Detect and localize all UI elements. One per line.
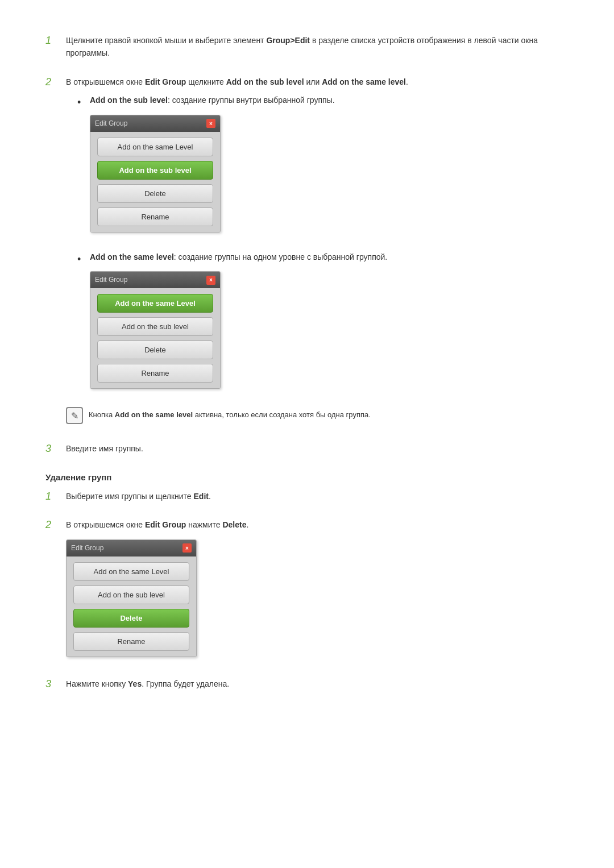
dialog-1-wrapper: Edit Group × Add on the same Level Add o… bbox=[90, 115, 569, 232]
delete-step-3-content: Нажмите кнопку Yes. Группа будет удалена… bbox=[66, 678, 569, 696]
delete-step-2-content: В открывшемся окне Edit Group нажмите De… bbox=[66, 518, 569, 667]
dialog-3-btn1[interactable]: Add on the same Level bbox=[73, 562, 189, 581]
dialog-3-wrapper: Edit Group × Add on the same Level Add o… bbox=[66, 539, 569, 657]
step-2: 2 В открывшемся окне Edit Group щелкните… bbox=[45, 76, 569, 433]
delete-step-1-content: Выберите имя группы и щелкните Edit. bbox=[66, 490, 569, 508]
dialog-3-btn2[interactable]: Add on the sub level bbox=[73, 585, 189, 604]
dialog-3-titlebar: Edit Group × bbox=[67, 540, 196, 556]
dialog-3: Edit Group × Add on the same Level Add o… bbox=[66, 539, 197, 657]
delete-step-1: 1 Выберите имя группы и щелкните Edit. bbox=[45, 490, 569, 508]
dialog-2-wrapper: Edit Group × Add on the same Level Add o… bbox=[90, 271, 569, 389]
step-3-text: Введите имя группы. bbox=[66, 442, 569, 455]
delete-step-2: 2 В открывшемся окне Edit Group нажмите … bbox=[45, 518, 569, 667]
sub-2-text: Add on the same level: создание группы н… bbox=[90, 251, 569, 263]
sub-content-2: Add on the same level: создание группы н… bbox=[90, 251, 569, 400]
dialog-2-btn2[interactable]: Add on the sub level bbox=[97, 317, 213, 336]
delete-step-2-text: В открывшемся окне Edit Group нажмите De… bbox=[66, 518, 569, 531]
step-1-content: Щелкните правой кнопкой мыши и выберите … bbox=[66, 34, 569, 65]
dialog-2-btn3[interactable]: Delete bbox=[97, 340, 213, 359]
dialog-3-title: Edit Group bbox=[71, 543, 103, 554]
section-delete-title: Удаление групп bbox=[45, 472, 569, 482]
sub-item-1: • Add on the sub level: создание группы … bbox=[77, 94, 569, 243]
bullet-1: • bbox=[77, 94, 90, 111]
dialog-3-body: Add on the same Level Add on the sub lev… bbox=[67, 556, 196, 657]
dialog-2-title: Edit Group bbox=[95, 275, 127, 285]
dialog-1-body: Add on the same Level Add on the sub lev… bbox=[90, 132, 220, 232]
dialog-3-btn3[interactable]: Delete bbox=[73, 609, 189, 628]
sub-list: • Add on the sub level: создание группы … bbox=[77, 94, 569, 399]
step-number-3: 3 bbox=[45, 442, 66, 455]
dialog-1: Edit Group × Add on the same Level Add o… bbox=[90, 115, 221, 232]
note-icon: ✎ bbox=[66, 407, 83, 424]
dialog-1-titlebar: Edit Group × bbox=[90, 115, 220, 132]
delete-step-3-text: Нажмите кнопку Yes. Группа будет удалена… bbox=[66, 678, 569, 690]
step-number-2: 2 bbox=[45, 76, 66, 88]
dialog-1-title: Edit Group bbox=[95, 118, 127, 129]
delete-step-1-text: Выберите имя группы и щелкните Edit. bbox=[66, 490, 569, 502]
dialog-3-btn4[interactable]: Rename bbox=[73, 632, 189, 651]
sub-content-1: Add on the sub level: создание группы вн… bbox=[90, 94, 569, 243]
dialog-1-close[interactable]: × bbox=[206, 119, 215, 128]
delete-step-number-3: 3 bbox=[45, 678, 66, 690]
dialog-1-btn1[interactable]: Add on the same Level bbox=[97, 138, 213, 156]
delete-step-3: 3 Нажмите кнопку Yes. Группа будет удале… bbox=[45, 678, 569, 696]
note-text: Кнопка Add on the same level активна, то… bbox=[89, 407, 371, 421]
step-3-content: Введите имя группы. bbox=[66, 442, 569, 460]
dialog-2-titlebar: Edit Group × bbox=[90, 272, 220, 288]
dialog-2-btn1[interactable]: Add on the same Level bbox=[97, 294, 213, 313]
sub-1-text: Add on the sub level: создание группы вн… bbox=[90, 94, 569, 106]
step-1-text: Щелкните правой кнопкой мыши и выберите … bbox=[66, 34, 569, 60]
sub-item-2: • Add on the same level: создание группы… bbox=[77, 251, 569, 400]
dialog-1-btn2[interactable]: Add on the sub level bbox=[97, 161, 213, 180]
delete-step-number-2: 2 bbox=[45, 518, 66, 531]
dialog-2-close[interactable]: × bbox=[206, 276, 215, 285]
dialog-1-btn3[interactable]: Delete bbox=[97, 184, 213, 203]
step-number-1: 1 bbox=[45, 34, 66, 47]
note-box: ✎ Кнопка Add on the same level активна, … bbox=[66, 407, 569, 424]
delete-step-number-1: 1 bbox=[45, 490, 66, 502]
step-3: 3 Введите имя группы. bbox=[45, 442, 569, 460]
dialog-1-btn4[interactable]: Rename bbox=[97, 207, 213, 226]
step-1: 1 Щелкните правой кнопкой мыши и выберит… bbox=[45, 34, 569, 65]
step-2-content: В открывшемся окне Edit Group щелкните A… bbox=[66, 76, 569, 433]
step-2-text: В открывшемся окне Edit Group щелкните A… bbox=[66, 76, 569, 88]
dialog-2-btn4[interactable]: Rename bbox=[97, 364, 213, 383]
dialog-3-close[interactable]: × bbox=[182, 543, 192, 553]
dialog-2: Edit Group × Add on the same Level Add o… bbox=[90, 271, 221, 389]
bullet-2: • bbox=[77, 251, 90, 268]
dialog-2-body: Add on the same Level Add on the sub lev… bbox=[90, 288, 220, 388]
